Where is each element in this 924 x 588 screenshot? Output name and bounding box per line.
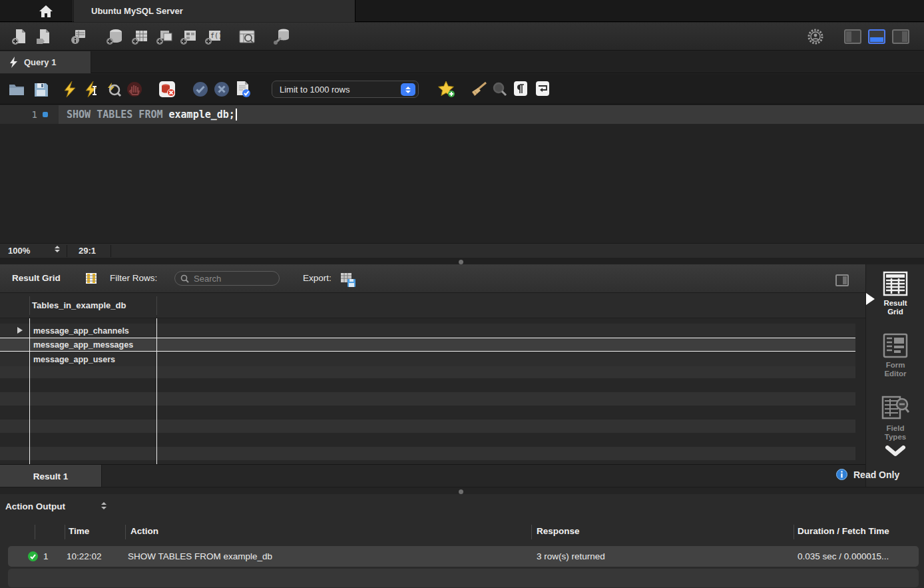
new-sql-tab-button[interactable] (9, 26, 31, 47)
filter-search-box[interactable] (174, 271, 280, 286)
search-input[interactable] (192, 273, 274, 284)
limit-rows-value: Limit to 1000 rows (280, 85, 350, 95)
sidebar-item-field-types[interactable]: Field Types (866, 395, 924, 441)
action-output-title: Action Output (5, 501, 65, 511)
explain-plan-button[interactable] (103, 79, 123, 99)
beautify-query-button[interactable] (469, 79, 489, 99)
zoom-level: 100% (8, 246, 30, 256)
splitter-handle-icon (459, 489, 463, 494)
stop-hand-icon (126, 81, 142, 97)
limit-rows-dropdown[interactable]: Limit to 1000 rows (272, 81, 419, 98)
commit-button[interactable] (190, 79, 210, 99)
toggle-left-panel-button[interactable] (841, 26, 864, 47)
action-output-selector[interactable] (101, 502, 107, 509)
execute-current-statement-button[interactable] (82, 79, 102, 99)
statement-marker-icon (43, 112, 48, 117)
grid-header-row: Tables_in_example_db (0, 293, 865, 318)
table-row[interactable]: message_app_users (0, 352, 855, 366)
save-snippet-button[interactable] (437, 79, 457, 99)
action-output-row[interactable]: 1 10:22:02 SHOW TABLES FROM example_db 3… (8, 546, 919, 567)
export-label: Export: (303, 273, 332, 283)
sidebar-item-form-editor[interactable]: Form Editor (866, 333, 924, 378)
table-row[interactable]: message_app_messages (0, 338, 855, 352)
form-editor-icon (882, 333, 909, 358)
field-types-icon (881, 395, 910, 422)
broom-icon (470, 81, 487, 97)
stop-query-button[interactable] (124, 79, 144, 99)
sidebar-item-result-grid[interactable]: Result Grid (866, 271, 924, 316)
tab-result-1[interactable]: Result 1 (0, 465, 102, 487)
create-view-button[interactable] (153, 26, 176, 47)
execute-query-button[interactable] (60, 79, 80, 99)
sql-code-line[interactable]: SHOW TABLES FROM example_db; (59, 105, 924, 124)
read-only-label: Read Only (853, 469, 899, 480)
create-schema-button[interactable] (103, 26, 126, 47)
open-file-icon (35, 28, 53, 45)
new-sql-tab-icon (11, 28, 29, 45)
toggle-stop-on-error-button[interactable] (157, 79, 177, 99)
create-procedure-icon (179, 28, 198, 45)
connection-tab[interactable]: Ubuntu MySQL Server (74, 0, 355, 22)
grid-column-header[interactable]: Tables_in_example_db (32, 300, 126, 310)
table-row[interactable]: message_app_channels (0, 324, 855, 338)
export-button[interactable] (338, 270, 358, 290)
search-table-data-button[interactable] (236, 26, 258, 47)
connection-tab-label: Ubuntu MySQL Server (91, 6, 183, 16)
administration-button[interactable] (271, 26, 294, 47)
result-grid-title: Result Grid (12, 273, 61, 283)
star-plus-icon (437, 81, 456, 98)
right-panel-icon (892, 29, 909, 44)
editor-tab-bar: Query 1 (0, 51, 924, 73)
execute-bolt-icon (64, 81, 76, 97)
column-header-action[interactable]: Action (130, 526, 158, 536)
save-script-button[interactable] (31, 79, 51, 99)
toggle-word-wrap-button[interactable] (536, 81, 549, 96)
pilcrow-icon (517, 84, 525, 94)
column-header-time[interactable]: Time (69, 526, 89, 536)
toggle-preview-panel-button[interactable] (832, 270, 852, 290)
sidebar-scroll-down-button[interactable] (866, 445, 924, 459)
create-table-icon (130, 28, 149, 45)
mysql-workbench-window: Ubuntu MySQL Server f() (0, 0, 924, 588)
toggle-right-panel-button[interactable] (889, 26, 912, 47)
tab-query-1[interactable]: Query 1 (0, 51, 91, 73)
open-script-button[interactable] (7, 79, 27, 99)
sql-identifier: example_db; (169, 109, 235, 121)
search-icon (180, 274, 189, 283)
inspector-button[interactable] (67, 26, 90, 47)
bottom-panel-icon (868, 29, 885, 44)
read-only-badge: Read Only (836, 469, 899, 480)
zoom-stepper[interactable] (55, 246, 60, 252)
toggle-bottom-panel-button[interactable] (865, 26, 888, 47)
sql-keywords: SHOW TABLES FROM (67, 109, 169, 121)
create-function-button[interactable]: f() (202, 26, 224, 47)
toggle-autocommit-button[interactable] (233, 79, 253, 99)
create-procedure-button[interactable] (177, 26, 200, 47)
horizontal-splitter[interactable] (0, 258, 924, 264)
toggle-invisible-chars-button[interactable] (514, 81, 527, 96)
chevron-down-icon (883, 445, 907, 459)
collapse-sidebar-arrow-icon[interactable] (866, 293, 875, 305)
rollback-button[interactable] (212, 79, 232, 99)
search-icon (493, 82, 507, 97)
preferences-button[interactable] (804, 26, 827, 47)
horizontal-splitter-2[interactable] (0, 487, 924, 494)
current-row-marker-icon (17, 327, 23, 334)
find-button[interactable] (490, 79, 510, 99)
action-output-panel: Action Output Time Action Response Durat… (0, 494, 924, 588)
autocommit-icon (234, 81, 252, 98)
bolt-icon (9, 57, 18, 68)
sql-editor[interactable]: 1 SHOW TABLES FROM example_db; (0, 105, 924, 243)
panel-toggle-icon (835, 274, 849, 286)
open-sql-script-button[interactable] (33, 26, 55, 47)
save-icon (34, 83, 48, 97)
search-table-icon (238, 28, 256, 45)
create-table-button[interactable] (128, 26, 151, 47)
folder-icon (9, 83, 25, 96)
home-tab[interactable] (19, 0, 73, 22)
sidebar-item-label: Result Grid (875, 299, 915, 316)
column-header-response[interactable]: Response (537, 526, 580, 536)
cell-table-name: message_app_users (0, 355, 115, 364)
column-header-duration[interactable]: Duration / Fetch Time (798, 526, 889, 536)
grid-options-icon[interactable] (85, 272, 97, 284)
